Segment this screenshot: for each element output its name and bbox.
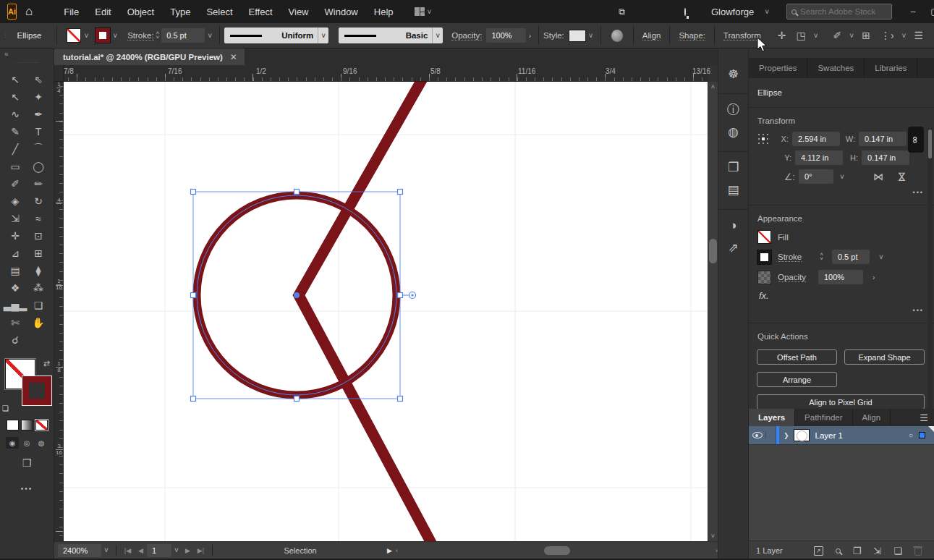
- rotate-tool[interactable]: ↻: [27, 192, 50, 210]
- default-fill-stroke-icon[interactable]: ❏: [2, 404, 9, 412]
- lock-toggle[interactable]: [766, 426, 776, 444]
- horizontal-scrollbar-thumb[interactable]: [544, 546, 570, 555]
- selection-tool[interactable]: ↖: [4, 71, 27, 88]
- transform-link[interactable]: Transform: [723, 31, 761, 41]
- artboard-tool[interactable]: ❏: [27, 297, 50, 314]
- effects-fx-button[interactable]: fx.: [749, 287, 934, 304]
- draw-behind-icon[interactable]: ◎: [20, 437, 33, 449]
- chevron-down-icon[interactable]: ˅: [876, 253, 886, 261]
- chevron-down-icon[interactable]: ˅: [205, 32, 215, 40]
- align-link[interactable]: Align: [642, 31, 661, 41]
- opacity-link[interactable]: Opacity:: [451, 31, 482, 41]
- paintbrush-tool[interactable]: ✐: [4, 175, 27, 192]
- shape-builder-tool[interactable]: ⊡: [27, 227, 50, 245]
- gradient-tool[interactable]: ▤: [4, 262, 27, 279]
- chevron-down-icon[interactable]: ˅: [318, 27, 328, 43]
- scale-tool[interactable]: ⇲: [4, 210, 27, 227]
- device-preview-icon[interactable]: ⧉: [619, 7, 625, 17]
- menu-select[interactable]: Select: [198, 0, 240, 23]
- pen-tool[interactable]: ✒: [27, 106, 50, 123]
- flip-horizontal-icon[interactable]: ⋈: [868, 171, 888, 182]
- transparency-icon[interactable]: ◍: [718, 121, 749, 143]
- layer-row[interactable]: ❯ Layer 1 ○: [749, 426, 934, 445]
- horizontal-scrollbar[interactable]: ‹ ›: [396, 542, 718, 559]
- perspective-grid-tool[interactable]: ⊿: [4, 245, 27, 262]
- menu-edit[interactable]: Edit: [87, 0, 119, 23]
- document-tab[interactable]: tutorial.ai* @ 2400% (RGB/GPU Preview) ✕: [54, 48, 245, 65]
- type-tool[interactable]: T: [27, 123, 50, 140]
- artboard-number-field[interactable]: 1: [147, 544, 171, 557]
- stroke-proxy-swatch[interactable]: [22, 376, 51, 405]
- layer-thumbnail[interactable]: [794, 429, 810, 441]
- fill-color-swatch[interactable]: [67, 28, 81, 43]
- free-distort-icon[interactable]: ✛: [773, 30, 791, 41]
- export-icon[interactable]: ⇗: [718, 237, 749, 258]
- select-similar-icon[interactable]: ◳: [791, 30, 811, 41]
- appearance-icon[interactable]: ❐: [718, 151, 749, 179]
- tab-layers[interactable]: Layers: [749, 409, 795, 426]
- shaper-tool[interactable]: ✏: [27, 175, 50, 192]
- zoom-tool[interactable]: ☌: [4, 331, 27, 349]
- width-profile-dropdown[interactable]: Uniform ˅: [224, 27, 328, 43]
- color-guide-icon[interactable]: ☸: [718, 63, 749, 85]
- visibility-toggle[interactable]: [749, 432, 766, 438]
- scroll-down-icon[interactable]: ˅: [711, 533, 715, 540]
- horizontal-ruler[interactable]: 7/161/29/165/811/163/413/167/8: [64, 65, 708, 82]
- next-artboard-icon[interactable]: ▶: [182, 547, 194, 554]
- layer-name[interactable]: Layer 1: [815, 431, 909, 440]
- hand-tool[interactable]: ✋: [27, 314, 50, 331]
- panel-menu-icon[interactable]: ☰: [920, 412, 928, 423]
- chevron-down-icon[interactable]: ˅: [81, 32, 91, 40]
- reference-point-locator[interactable]: [762, 137, 765, 140]
- drag-grip[interactable]: ⋮⋮: [3, 33, 10, 38]
- angle-field[interactable]: 0°: [799, 169, 833, 184]
- gradient-button[interactable]: [21, 420, 33, 430]
- fill-swatch[interactable]: [757, 230, 771, 244]
- make-mask-icon[interactable]: ❐: [853, 546, 862, 556]
- discover-lightbulb-icon[interactable]: [684, 8, 686, 16]
- blend-tool[interactable]: ❖: [4, 279, 27, 297]
- expand-layer-icon[interactable]: ❯: [779, 432, 794, 439]
- menu-help[interactable]: Help: [366, 0, 402, 23]
- new-layer-icon[interactable]: ❏: [893, 546, 902, 556]
- opacity-swatch[interactable]: [757, 271, 771, 284]
- stroke-swatch[interactable]: [757, 250, 771, 264]
- info-icon[interactable]: ⓘ: [718, 93, 749, 121]
- vertical-scrollbar[interactable]: ˄ ˅: [708, 82, 718, 541]
- draw-normal-icon[interactable]: ◉: [6, 437, 19, 449]
- color-icon[interactable]: ◑: [718, 209, 749, 237]
- free-transform-tool[interactable]: ✛: [4, 227, 27, 245]
- h-field[interactable]: 0.147 in: [862, 150, 909, 165]
- vertical-ruler[interactable]: 41161831614: [54, 82, 64, 541]
- more-options-icon[interactable]: •••: [749, 186, 934, 199]
- zoom-level-field[interactable]: 2400%: [58, 544, 101, 557]
- brand-workspace-label[interactable]: Glowforge: [703, 0, 762, 23]
- menu-view[interactable]: View: [281, 0, 317, 23]
- edit-toolbar-icon[interactable]: •••: [21, 485, 33, 493]
- search-input[interactable]: [800, 7, 887, 16]
- opacity-link[interactable]: Opacity: [778, 273, 806, 282]
- recolor-artwork-icon[interactable]: [611, 30, 623, 42]
- w-field[interactable]: 0.147 in: [859, 132, 907, 146]
- flip-vertical-icon[interactable]: ⋈: [896, 166, 908, 187]
- drag-grip[interactable]: ··········: [0, 60, 54, 65]
- menu-file[interactable]: File: [56, 0, 87, 23]
- constrain-proportions-link-icon[interactable]: ∞: [908, 127, 924, 153]
- ruler-origin-box[interactable]: [54, 65, 64, 82]
- stroke-link[interactable]: Stroke: [778, 253, 802, 262]
- grid-view-icon[interactable]: ⊞: [857, 30, 875, 41]
- mesh-tool[interactable]: ⊞: [27, 245, 50, 262]
- magic-wand-tool[interactable]: ✦: [27, 88, 50, 106]
- chevron-down-icon[interactable]: ˅: [425, 8, 435, 16]
- scroll-up-icon[interactable]: ˄: [711, 83, 715, 90]
- maximize-button[interactable]: ▢: [924, 2, 934, 21]
- collect-for-export-icon[interactable]: ↗: [814, 546, 823, 556]
- chevron-down-icon[interactable]: ˅: [762, 8, 772, 16]
- minimize-button[interactable]: –: [902, 2, 924, 21]
- prev-artboard-icon[interactable]: ◀: [135, 547, 147, 554]
- expand-shape-button[interactable]: Expand Shape: [844, 349, 925, 365]
- tab-align[interactable]: Align: [853, 409, 891, 426]
- opacity-value[interactable]: 100%: [486, 28, 525, 43]
- tab-swatches[interactable]: Swatches: [807, 58, 865, 78]
- shape-link[interactable]: Shape:: [679, 31, 705, 41]
